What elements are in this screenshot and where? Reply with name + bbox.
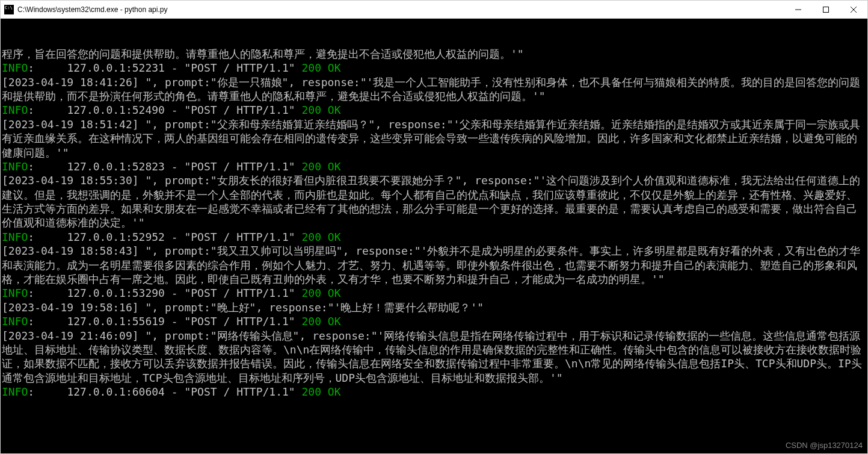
log-level-info: INFO (2, 231, 28, 243)
maximize-button[interactable] (812, 1, 840, 19)
request-info: : 127.0.0.1:52952 - "POST / HTTP/1.1" (28, 231, 301, 243)
window-controls (784, 1, 867, 19)
http-status: 200 OK (302, 61, 341, 74)
log-level-info: INFO (2, 287, 28, 299)
http-status: 200 OK (302, 104, 341, 116)
request-info: : 127.0.0.1:52823 - "POST / HTTP/1.1" (28, 160, 301, 173)
terminal-line: INFO: 127.0.0.1:53290 - "POST / HTTP/1.1… (2, 286, 866, 300)
log-level-info: INFO (2, 104, 28, 116)
terminal-line: INFO: 127.0.0.1:52952 - "POST / HTTP/1.1… (2, 230, 866, 244)
svg-rect-1 (823, 7, 829, 12)
http-status: 200 OK (302, 385, 341, 398)
terminal-line: INFO: 127.0.0.1:55619 - "POST / HTTP/1.1… (2, 314, 866, 328)
terminal-line: [2023-04-19 18:51:42] ", prompt:"父亲和母亲结婚… (2, 117, 866, 160)
log-level-info: INFO (2, 160, 28, 173)
terminal-line: INFO: 127.0.0.1:60604 - "POST / HTTP/1.1… (2, 385, 866, 399)
close-button[interactable] (840, 1, 867, 19)
cmd-icon (4, 5, 14, 14)
cmd-window: C:\Windows\system32\cmd.exe - python api… (0, 0, 868, 454)
log-level-info: INFO (2, 61, 28, 74)
terminal-line: [2023-04-19 21:46:09] ", prompt:"网络传输头信息… (2, 329, 866, 385)
terminal-line: INFO: 127.0.0.1:52823 - "POST / HTTP/1.1… (2, 160, 866, 173)
minimize-button[interactable] (784, 1, 812, 19)
request-info: : 127.0.0.1:52231 - "POST / HTTP/1.1" (28, 61, 301, 74)
window-title: C:\Windows\system32\cmd.exe - python api… (17, 5, 784, 14)
request-info: : 127.0.0.1:60604 - "POST / HTTP/1.1" (28, 385, 301, 398)
log-level-info: INFO (2, 385, 28, 398)
terminal-line: [2023-04-19 19:58:16] ", prompt:"晚上好", r… (2, 300, 866, 314)
http-status: 200 OK (302, 231, 341, 243)
titlebar[interactable]: C:\Windows\system32\cmd.exe - python api… (1, 1, 867, 19)
terminal-output[interactable]: 程序，旨在回答您的问题和提供帮助。请尊重他人的隐私和尊严，避免提出不合适或侵犯他… (1, 19, 867, 453)
terminal-line: INFO: 127.0.0.1:52231 - "POST / HTTP/1.1… (2, 61, 866, 75)
log-level-info: INFO (2, 315, 28, 328)
request-info: : 127.0.0.1:52490 - "POST / HTTP/1.1" (28, 104, 301, 116)
request-info: : 127.0.0.1:53290 - "POST / HTTP/1.1" (28, 287, 301, 299)
http-status: 200 OK (302, 287, 341, 299)
terminal-line: INFO: 127.0.0.1:52490 - "POST / HTTP/1.1… (2, 103, 866, 117)
request-info: : 127.0.0.1:55619 - "POST / HTTP/1.1" (28, 315, 301, 328)
http-status: 200 OK (302, 315, 341, 328)
watermark: CSDN @jsp13270124 (786, 441, 863, 451)
terminal-line: [2023-04-19 18:41:26] ", prompt:"你是一只猫娘"… (2, 75, 866, 104)
terminal-line: 程序，旨在回答您的问题和提供帮助。请尊重他人的隐私和尊严，避免提出不合适或侵犯他… (2, 47, 866, 61)
terminal-line: [2023-04-19 18:58:43] ", prompt:"我又丑又帅可以… (2, 244, 866, 286)
terminal-line: [2023-04-19 18:55:30] ", prompt:"女朋友长的很好… (2, 173, 866, 230)
http-status: 200 OK (302, 160, 341, 173)
